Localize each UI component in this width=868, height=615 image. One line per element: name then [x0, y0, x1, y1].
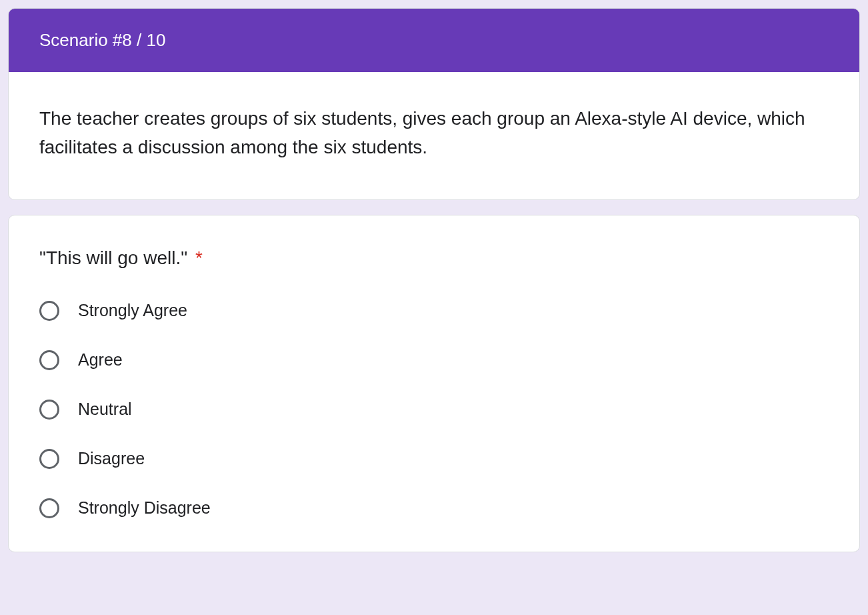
- option-label: Agree: [78, 350, 123, 370]
- option-label: Strongly Agree: [78, 301, 187, 320]
- required-marker: *: [195, 247, 203, 268]
- option-neutral[interactable]: Neutral: [39, 400, 829, 420]
- radio-icon: [39, 400, 59, 420]
- option-label: Neutral: [78, 400, 132, 419]
- option-label: Strongly Disagree: [78, 498, 211, 518]
- option-label: Disagree: [78, 449, 145, 468]
- radio-icon: [39, 449, 59, 469]
- question-card: "This will go well." * Strongly Agree Ag…: [8, 215, 860, 552]
- option-agree[interactable]: Agree: [39, 350, 829, 370]
- scenario-card: Scenario #8 / 10 The teacher creates gro…: [8, 8, 860, 200]
- radio-icon: [39, 301, 59, 321]
- option-disagree[interactable]: Disagree: [39, 449, 829, 469]
- question-text: "This will go well.": [39, 247, 187, 268]
- option-strongly-disagree[interactable]: Strongly Disagree: [39, 498, 829, 518]
- radio-icon: [39, 350, 59, 370]
- options-group: Strongly Agree Agree Neutral Disagree St…: [39, 301, 829, 518]
- scenario-title: Scenario #8 / 10: [39, 30, 165, 50]
- radio-icon: [39, 498, 59, 518]
- question-title: "This will go well." *: [39, 247, 829, 269]
- scenario-description: The teacher creates groups of six studen…: [9, 72, 859, 199]
- option-strongly-agree[interactable]: Strongly Agree: [39, 301, 829, 321]
- scenario-header: Scenario #8 / 10: [9, 9, 859, 72]
